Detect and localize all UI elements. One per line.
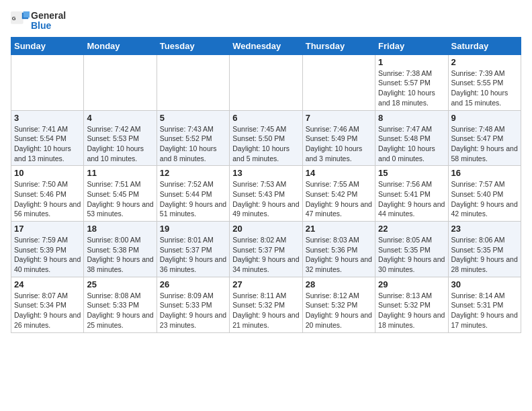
day-info: Sunrise: 8:09 AMSunset: 5:33 PMDaylight:…	[160, 291, 226, 330]
weekday-header: Friday	[375, 37, 448, 54]
day-info: Sunrise: 8:05 AMSunset: 5:35 PMDaylight:…	[378, 235, 445, 275]
logo-blue: Blue	[31, 21, 66, 31]
calendar-header: SundayMondayTuesdayWednesdayThursdayFrid…	[11, 37, 521, 54]
calendar-cell: 15Sunrise: 7:56 AMSunset: 5:41 PMDayligh…	[375, 166, 448, 222]
day-number: 2	[451, 57, 518, 67]
day-number: 6	[232, 113, 299, 123]
day-info: Sunrise: 8:01 AMSunset: 5:37 PMDaylight:…	[160, 235, 226, 275]
day-info: Sunrise: 8:06 AMSunset: 5:35 PMDaylight:…	[451, 235, 518, 275]
day-number: 19	[160, 224, 226, 234]
day-info: Sunrise: 8:08 AMSunset: 5:33 PMDaylight:…	[87, 291, 153, 330]
calendar-cell	[302, 54, 375, 110]
calendar-cell: 14Sunrise: 7:55 AMSunset: 5:42 PMDayligh…	[302, 166, 375, 222]
day-number: 22	[378, 224, 445, 234]
calendar-cell: 18Sunrise: 8:00 AMSunset: 5:38 PMDayligh…	[84, 222, 157, 277]
calendar-cell: 20Sunrise: 8:02 AMSunset: 5:37 PMDayligh…	[230, 222, 302, 277]
calendar-cell: 25Sunrise: 8:08 AMSunset: 5:33 PMDayligh…	[84, 277, 157, 332]
day-info: Sunrise: 7:46 AMSunset: 5:49 PMDaylight:…	[306, 124, 372, 164]
day-info: Sunrise: 8:03 AMSunset: 5:36 PMDaylight:…	[306, 235, 372, 275]
calendar-cell: 9Sunrise: 7:48 AMSunset: 5:47 PMDaylight…	[448, 110, 521, 166]
day-info: Sunrise: 7:43 AMSunset: 5:52 PMDaylight:…	[160, 124, 226, 164]
day-number: 29	[378, 279, 445, 289]
calendar-cell: 28Sunrise: 8:12 AMSunset: 5:32 PMDayligh…	[302, 277, 375, 332]
day-info: Sunrise: 7:38 AMSunset: 5:57 PMDaylight:…	[378, 68, 445, 108]
day-info: Sunrise: 7:51 AMSunset: 5:45 PMDaylight:…	[87, 179, 153, 219]
day-number: 25	[87, 279, 153, 289]
logo-general: General	[31, 11, 66, 21]
day-number: 13	[232, 168, 299, 178]
day-info: Sunrise: 8:00 AMSunset: 5:38 PMDaylight:…	[87, 235, 153, 275]
day-number: 26	[160, 279, 226, 289]
day-info: Sunrise: 7:39 AMSunset: 5:55 PMDaylight:…	[451, 68, 518, 108]
day-number: 20	[232, 224, 299, 234]
day-number: 16	[451, 168, 518, 178]
day-number: 3	[14, 113, 81, 123]
calendar-cell	[157, 54, 229, 110]
calendar-cell: 22Sunrise: 8:05 AMSunset: 5:35 PMDayligh…	[375, 222, 448, 277]
calendar-cell	[230, 54, 302, 110]
day-number: 18	[87, 224, 153, 234]
page-header: G General Blue	[11, 11, 521, 32]
day-info: Sunrise: 7:42 AMSunset: 5:53 PMDaylight:…	[87, 124, 153, 164]
day-number: 28	[306, 279, 372, 289]
calendar-cell: 8Sunrise: 7:47 AMSunset: 5:48 PMDaylight…	[375, 110, 448, 166]
day-info: Sunrise: 7:57 AMSunset: 5:40 PMDaylight:…	[451, 179, 518, 219]
calendar-cell: 29Sunrise: 8:13 AMSunset: 5:32 PMDayligh…	[375, 277, 448, 332]
day-info: Sunrise: 8:07 AMSunset: 5:34 PMDaylight:…	[14, 291, 81, 330]
day-number: 14	[306, 168, 372, 178]
day-info: Sunrise: 7:50 AMSunset: 5:46 PMDaylight:…	[14, 179, 81, 219]
day-number: 8	[378, 113, 445, 123]
day-number: 17	[14, 224, 81, 234]
day-info: Sunrise: 7:48 AMSunset: 5:47 PMDaylight:…	[451, 124, 518, 164]
day-info: Sunrise: 8:14 AMSunset: 5:31 PMDaylight:…	[451, 291, 518, 330]
day-number: 21	[306, 224, 372, 234]
day-info: Sunrise: 8:13 AMSunset: 5:32 PMDaylight:…	[378, 291, 445, 330]
calendar-cell: 6Sunrise: 7:45 AMSunset: 5:50 PMDaylight…	[230, 110, 302, 166]
svg-text:G: G	[12, 15, 16, 21]
day-number: 9	[451, 113, 518, 123]
day-info: Sunrise: 8:12 AMSunset: 5:32 PMDaylight:…	[306, 291, 372, 330]
calendar-cell: 21Sunrise: 8:03 AMSunset: 5:36 PMDayligh…	[302, 222, 375, 277]
calendar-cell: 23Sunrise: 8:06 AMSunset: 5:35 PMDayligh…	[448, 222, 521, 277]
calendar-cell: 4Sunrise: 7:42 AMSunset: 5:53 PMDaylight…	[84, 110, 157, 166]
calendar-cell: 7Sunrise: 7:46 AMSunset: 5:49 PMDaylight…	[302, 110, 375, 166]
day-number: 27	[232, 279, 299, 289]
calendar-cell: 17Sunrise: 7:59 AMSunset: 5:39 PMDayligh…	[11, 222, 84, 277]
day-number: 24	[14, 279, 81, 289]
day-number: 15	[378, 168, 445, 178]
weekday-header: Monday	[84, 37, 157, 54]
calendar-cell: 5Sunrise: 7:43 AMSunset: 5:52 PMDaylight…	[157, 110, 229, 166]
day-info: Sunrise: 8:02 AMSunset: 5:37 PMDaylight:…	[232, 235, 299, 275]
calendar-cell: 24Sunrise: 8:07 AMSunset: 5:34 PMDayligh…	[11, 277, 84, 332]
weekday-header: Thursday	[302, 37, 375, 54]
day-number: 12	[160, 168, 226, 178]
day-number: 30	[451, 279, 518, 289]
calendar-cell: 3Sunrise: 7:41 AMSunset: 5:54 PMDaylight…	[11, 110, 84, 166]
calendar-cell	[11, 54, 84, 110]
day-info: Sunrise: 7:55 AMSunset: 5:42 PMDaylight:…	[306, 179, 372, 219]
calendar-cell: 26Sunrise: 8:09 AMSunset: 5:33 PMDayligh…	[157, 277, 229, 332]
logo: G General Blue	[11, 11, 66, 32]
day-number: 10	[14, 168, 81, 178]
day-info: Sunrise: 7:41 AMSunset: 5:54 PMDaylight:…	[14, 124, 81, 164]
day-number: 4	[87, 113, 153, 123]
svg-marker-3	[24, 11, 30, 17]
calendar-cell: 19Sunrise: 8:01 AMSunset: 5:37 PMDayligh…	[157, 222, 229, 277]
day-number: 7	[306, 113, 372, 123]
day-info: Sunrise: 7:59 AMSunset: 5:39 PMDaylight:…	[14, 235, 81, 275]
calendar-cell: 16Sunrise: 7:57 AMSunset: 5:40 PMDayligh…	[448, 166, 521, 222]
day-info: Sunrise: 7:52 AMSunset: 5:44 PMDaylight:…	[160, 179, 226, 219]
calendar-cell: 12Sunrise: 7:52 AMSunset: 5:44 PMDayligh…	[157, 166, 229, 222]
weekday-header: Tuesday	[157, 37, 229, 54]
calendar-cell: 1Sunrise: 7:38 AMSunset: 5:57 PMDaylight…	[375, 54, 448, 110]
calendar-cell: 11Sunrise: 7:51 AMSunset: 5:45 PMDayligh…	[84, 166, 157, 222]
day-info: Sunrise: 7:45 AMSunset: 5:50 PMDaylight:…	[232, 124, 299, 164]
day-info: Sunrise: 7:47 AMSunset: 5:48 PMDaylight:…	[378, 124, 445, 164]
calendar-table: SundayMondayTuesdayWednesdayThursdayFrid…	[11, 37, 521, 333]
day-info: Sunrise: 7:56 AMSunset: 5:41 PMDaylight:…	[378, 179, 445, 219]
day-info: Sunrise: 8:11 AMSunset: 5:32 PMDaylight:…	[232, 291, 299, 330]
calendar-cell: 13Sunrise: 7:53 AMSunset: 5:43 PMDayligh…	[230, 166, 302, 222]
weekday-header: Wednesday	[230, 37, 302, 54]
calendar-cell: 2Sunrise: 7:39 AMSunset: 5:55 PMDaylight…	[448, 54, 521, 110]
weekday-header: Sunday	[11, 37, 84, 54]
